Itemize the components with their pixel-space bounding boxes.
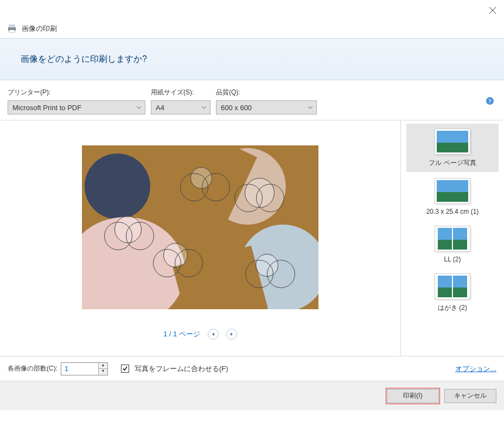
layout-label: フル ページ写真: [429, 158, 476, 168]
layout-panel[interactable]: フル ページ写真 20.3 x 25.4 cm (1) LL (2) はがき (…: [401, 120, 504, 356]
help-button[interactable]: ?: [486, 97, 494, 105]
layout-thumb: [435, 129, 470, 154]
copies-label: 各画像の部数(C):: [8, 364, 58, 373]
titlebar: [0, 0, 504, 22]
triangle-right-icon: [229, 332, 234, 336]
svg-rect-3: [9, 25, 15, 28]
layout-full-page[interactable]: フル ページ写真: [406, 124, 499, 172]
close-icon: [489, 7, 496, 14]
layout-ll-2[interactable]: LL (2): [406, 221, 499, 267]
chevron-down-icon: [136, 105, 142, 110]
printer-icon: [7, 24, 17, 33]
layout-hagaki-2[interactable]: はがき (2): [406, 269, 499, 317]
copies-down[interactable]: ▼: [99, 369, 107, 375]
layout-thumb: [435, 274, 470, 299]
print-controls: プリンター(P): Microsoft Print to PDF 用紙サイズ(S…: [0, 80, 504, 120]
next-page-button[interactable]: [226, 329, 237, 340]
printer-value: Microsoft Print to PDF: [12, 104, 81, 112]
question-text: 画像をどのように印刷しますか?: [21, 54, 147, 65]
options-link[interactable]: オプション...: [455, 364, 496, 374]
quality-value: 600 x 600: [221, 104, 252, 112]
printer-dropdown[interactable]: Microsoft Print to PDF: [8, 100, 145, 114]
copies-up[interactable]: ▲: [99, 363, 107, 369]
paper-group: 用紙サイズ(S): A4: [151, 88, 210, 114]
button-bar: 印刷(I) キャンセル: [0, 381, 504, 410]
print-button[interactable]: 印刷(I): [387, 389, 439, 403]
layout-label: 20.3 x 25.4 cm (1): [426, 208, 479, 215]
pager: 1 / 1 ページ: [163, 329, 237, 340]
quality-group: 品質(Q): 600 x 600: [216, 88, 317, 114]
cancel-button[interactable]: キャンセル: [444, 389, 496, 403]
help-icon: ?: [486, 97, 494, 105]
layout-thumb: [435, 226, 470, 251]
svg-rect-4: [9, 30, 15, 33]
prev-page-button[interactable]: [208, 329, 219, 340]
copies-input[interactable]: [61, 363, 98, 375]
fit-frame-checkbox[interactable]: [121, 365, 129, 373]
triangle-left-icon: [211, 332, 215, 336]
paper-size-dropdown[interactable]: A4: [151, 100, 210, 114]
quality-dropdown[interactable]: 600 x 600: [216, 100, 317, 114]
question-banner: 画像をどのように印刷しますか?: [0, 38, 504, 80]
window-header: 画像の印刷: [0, 22, 504, 38]
close-button[interactable]: [489, 7, 496, 16]
page-indicator: 1 / 1 ページ: [163, 329, 200, 339]
footer-options: 各画像の部数(C): ▲ ▼ 写真をフレームに合わせる(F) オプション...: [0, 356, 504, 381]
paper-size-value: A4: [156, 104, 164, 112]
chevron-down-icon: [201, 105, 207, 110]
svg-text:?: ?: [488, 98, 492, 104]
chevron-down-icon: [308, 105, 313, 110]
fit-frame-label: 写真をフレームに合わせる(F): [135, 364, 228, 374]
preview-pane: 1 / 1 ページ: [0, 120, 401, 356]
check-icon: [122, 366, 128, 372]
printer-label: プリンター(P):: [8, 88, 145, 97]
paper-size-label: 用紙サイズ(S):: [151, 88, 210, 97]
layout-thumb: [435, 178, 470, 203]
layout-20x25[interactable]: 20.3 x 25.4 cm (1): [406, 173, 499, 220]
layout-label: LL (2): [444, 256, 461, 263]
window-title: 画像の印刷: [22, 24, 57, 34]
preview-image: [82, 145, 318, 309]
printer-group: プリンター(P): Microsoft Print to PDF: [8, 88, 145, 114]
main-area: 1 / 1 ページ フル ページ写真 20.3 x 25.4 cm (1) LL…: [0, 120, 504, 356]
layout-label: はがき (2): [438, 303, 467, 312]
copies-spinner[interactable]: ▲ ▼: [61, 362, 108, 375]
quality-label: 品質(Q):: [216, 88, 317, 97]
